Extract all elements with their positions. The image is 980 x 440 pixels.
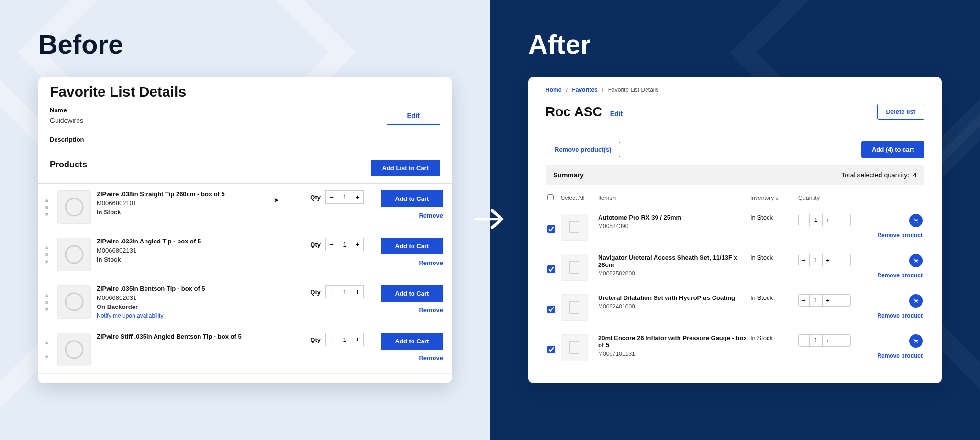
qty-plus-button[interactable]: + bbox=[352, 333, 363, 346]
product-name: ZIPwire Stiff .035in Angled Bentson Tip … bbox=[97, 333, 304, 340]
quantity-stepper[interactable]: − + bbox=[325, 238, 364, 251]
crumb-current: Favorite List Details bbox=[608, 87, 658, 93]
svg-rect-7 bbox=[569, 342, 579, 353]
product-sku: M0066802031 bbox=[97, 294, 304, 301]
product-thumbnail bbox=[57, 333, 91, 366]
remove-product-link[interactable]: Remove product bbox=[877, 232, 923, 239]
product-stock: On Backorder bbox=[97, 303, 304, 310]
item-name: 20ml Encore 26 Inflator with Pressure Ga… bbox=[598, 334, 750, 349]
row-checkbox[interactable] bbox=[547, 225, 555, 233]
qty-input[interactable] bbox=[337, 286, 352, 298]
qty-minus-button[interactable]: − bbox=[326, 286, 337, 298]
notify-link[interactable]: Notify me upon availability bbox=[97, 312, 304, 319]
drag-handle-icon[interactable]: ▲≡▼ bbox=[42, 197, 52, 217]
qty-plus-button[interactable]: + bbox=[823, 295, 833, 306]
item-thumbnail bbox=[561, 334, 588, 361]
qty-plus-button[interactable]: + bbox=[823, 214, 833, 226]
sort-icon: ⇅ bbox=[613, 196, 617, 201]
qty-minus-button[interactable]: − bbox=[799, 295, 809, 306]
product-row: ▲≡▼ ZIPwire Stiff .035in Angled Bentson … bbox=[38, 326, 452, 374]
product-thumbnail bbox=[57, 190, 91, 224]
svg-rect-4 bbox=[569, 221, 579, 233]
qty-minus-button[interactable]: − bbox=[326, 238, 337, 251]
cart-icon-button[interactable] bbox=[909, 334, 923, 348]
qty-input[interactable] bbox=[337, 238, 352, 251]
quantity-stepper[interactable]: − + bbox=[798, 254, 851, 266]
add-to-cart-button[interactable]: Add to Cart bbox=[381, 333, 443, 350]
svg-point-3 bbox=[66, 341, 83, 358]
remove-link[interactable]: Remove bbox=[419, 259, 443, 266]
remove-products-button[interactable]: Remove product(s) bbox=[546, 142, 620, 157]
cart-icon-button[interactable] bbox=[909, 214, 923, 227]
product-name: ZIPwire .035in Bentson Tip - box of 5 bbox=[97, 285, 304, 292]
col-items[interactable]: Items bbox=[598, 195, 612, 201]
page-title: Favorite List Details bbox=[50, 84, 440, 100]
qty-plus-button[interactable]: + bbox=[352, 238, 363, 251]
row-checkbox[interactable] bbox=[547, 346, 555, 353]
qty-input[interactable] bbox=[337, 191, 352, 203]
remove-product-link[interactable]: Remove product bbox=[877, 312, 923, 319]
delete-list-button[interactable]: Delete list bbox=[877, 104, 924, 120]
select-all-label[interactable]: Select All bbox=[561, 195, 584, 201]
qty-plus-button[interactable]: + bbox=[352, 286, 363, 298]
drag-handle-icon[interactable]: ▲≡▼ bbox=[42, 244, 52, 264]
remove-link[interactable]: Remove bbox=[419, 212, 443, 219]
item-stock: In Stock bbox=[750, 254, 798, 261]
remove-link[interactable]: Remove bbox=[419, 354, 443, 362]
svg-rect-5 bbox=[569, 262, 579, 273]
qty-minus-button[interactable]: − bbox=[326, 333, 337, 346]
cart-icon-button[interactable] bbox=[909, 294, 923, 308]
item-sku: M0062401000 bbox=[598, 303, 750, 310]
before-card: ➤ Favorite List Details Name Guidewires … bbox=[38, 77, 452, 383]
edit-link[interactable]: Edit bbox=[610, 110, 623, 118]
add-to-cart-button[interactable]: Add to Cart bbox=[381, 190, 443, 207]
qty-input[interactable] bbox=[809, 295, 823, 306]
edit-button[interactable]: Edit bbox=[387, 107, 440, 125]
add-list-to-cart-button[interactable]: Add List to Cart bbox=[371, 160, 441, 176]
page-title: Roc ASC bbox=[546, 104, 602, 120]
select-all-checkbox[interactable] bbox=[547, 194, 554, 200]
crumb-home[interactable]: Home bbox=[546, 87, 561, 93]
remove-product-link[interactable]: Remove product bbox=[877, 352, 923, 359]
remove-product-link[interactable]: Remove product bbox=[877, 272, 923, 279]
qty-plus-button[interactable]: + bbox=[823, 335, 833, 346]
quantity-stepper[interactable]: − + bbox=[325, 190, 364, 204]
qty-label: Qty bbox=[310, 241, 321, 248]
product-thumbnail bbox=[57, 285, 91, 319]
remove-link[interactable]: Remove bbox=[419, 307, 443, 314]
qty-plus-button[interactable]: + bbox=[352, 191, 363, 203]
qty-input[interactable] bbox=[809, 214, 823, 226]
qty-input[interactable] bbox=[337, 333, 352, 346]
qty-input[interactable] bbox=[809, 335, 823, 346]
item-list: Autotome Pro RX 39 / 25mm M00584390 In S… bbox=[546, 207, 924, 368]
quantity-stepper[interactable]: − + bbox=[798, 294, 851, 307]
row-checkbox[interactable] bbox=[547, 306, 555, 313]
col-inventory[interactable]: Inventory bbox=[750, 195, 774, 201]
sort-asc-icon: ▲ bbox=[775, 196, 779, 201]
add-to-cart-button[interactable]: Add to Cart bbox=[381, 238, 443, 254]
drag-handle-icon[interactable]: ▲≡▼ bbox=[42, 340, 52, 360]
qty-minus-button[interactable]: − bbox=[799, 214, 809, 226]
product-thumbnail bbox=[57, 238, 91, 271]
crumb-favorites[interactable]: Favorites bbox=[572, 87, 597, 93]
qty-input[interactable] bbox=[809, 254, 823, 266]
quantity-stepper[interactable]: − + bbox=[798, 334, 851, 347]
svg-point-1 bbox=[66, 246, 83, 263]
quantity-stepper[interactable]: − + bbox=[798, 214, 851, 226]
quantity-stepper[interactable]: − + bbox=[325, 333, 364, 346]
qty-plus-button[interactable]: + bbox=[823, 254, 833, 266]
name-label: Name bbox=[50, 107, 84, 114]
cart-icon-button[interactable] bbox=[909, 254, 923, 267]
qty-minus-button[interactable]: − bbox=[799, 254, 809, 266]
quantity-stepper[interactable]: − + bbox=[325, 285, 364, 298]
qty-minus-button[interactable]: − bbox=[799, 335, 809, 346]
add-to-cart-button[interactable]: Add (4) to cart bbox=[861, 141, 924, 158]
add-to-cart-button[interactable]: Add to Cart bbox=[381, 285, 443, 302]
qty-label: Qty bbox=[310, 194, 321, 201]
item-stock: In Stock bbox=[750, 294, 798, 301]
breadcrumb: Home / Favorites / Favorite List Details bbox=[546, 87, 924, 93]
item-sku: M00584390 bbox=[598, 223, 750, 230]
row-checkbox[interactable] bbox=[547, 265, 555, 273]
drag-handle-icon[interactable]: ▲≡▼ bbox=[42, 292, 52, 312]
qty-minus-button[interactable]: − bbox=[326, 191, 337, 203]
